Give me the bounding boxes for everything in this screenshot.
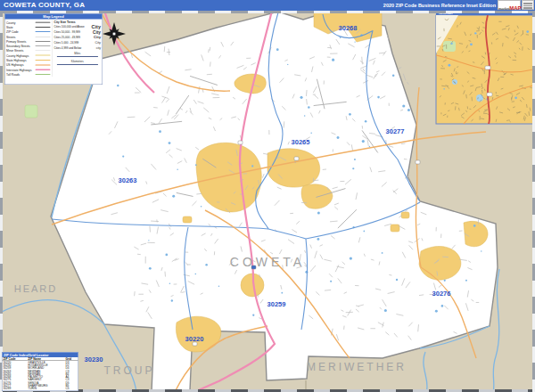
county-name-label: MERIWETHER	[307, 361, 407, 373]
zip-table-row: 30289TURINC5	[3, 387, 78, 389]
sargent-urban-area	[183, 216, 192, 223]
county-name-label: HEARD	[14, 283, 58, 294]
zip-table-body: 30220GRANTVILLED330230HOGANSVILLED230259…	[3, 361, 78, 390]
edition-label: 2020 ZIP Code Business Reference Inset E…	[383, 3, 496, 8]
sharpsburg-urban-area	[401, 212, 409, 218]
zip-code-label: 30230	[85, 355, 103, 363]
legend-line-items: CountyStateZIP CodeStreetsPrimary Street…	[6, 20, 51, 78]
legend-scale-bars: MilesKilometers	[54, 53, 101, 67]
scale-bar: Kilometers	[54, 61, 101, 67]
county-name-label: TROUP	[104, 364, 155, 377]
zip-code-label: 30276	[432, 290, 451, 298]
inset-lake2	[452, 79, 457, 85]
park-area	[25, 105, 37, 118]
zip-code-label: 30265	[292, 138, 310, 146]
logo-fineprint	[522, 0, 534, 10]
map-title: COWETA COUNTY, GA	[4, 1, 85, 9]
county-name-label: COWETA	[230, 255, 305, 269]
zip-code-label: 30277	[386, 127, 405, 135]
legend-city-sizes: Cities 100,000 and AboveCityCities 50,00…	[54, 24, 101, 51]
title-bar: COWETA COUNTY, GA 2020 ZIP Code Business…	[0, 0, 535, 11]
legend-item: Toll Roads	[6, 72, 51, 77]
inset-park	[443, 41, 456, 52]
city-size-row: Cities 4,999 and Belowcity	[54, 45, 101, 51]
zip-code-label: 30259	[268, 300, 286, 308]
inset-lake	[476, 94, 483, 102]
logo-market-text: market	[498, 6, 509, 11]
publisher-logo: marketMAPS	[498, 0, 521, 10]
turin-urban-area	[391, 225, 399, 232]
scale-bar: Miles	[54, 53, 101, 59]
zip-code-label: 30263	[119, 176, 137, 184]
zip-code-label: 30268	[339, 24, 358, 32]
senoia-urban-area	[419, 246, 461, 280]
newnan-inset: Newnan	[436, 11, 533, 124]
zip-code-label: 30220	[185, 335, 204, 343]
map-legend: Map Legend CountyStateZIP CodeStreetsPri…	[4, 13, 103, 85]
city-size-terms-title: City Size Terms	[54, 20, 101, 24]
newnan-east-urban-area	[268, 149, 320, 187]
zip-index-table: ZIP Code Index/Grid Locator ZIP CodeZIP …	[2, 352, 78, 391]
